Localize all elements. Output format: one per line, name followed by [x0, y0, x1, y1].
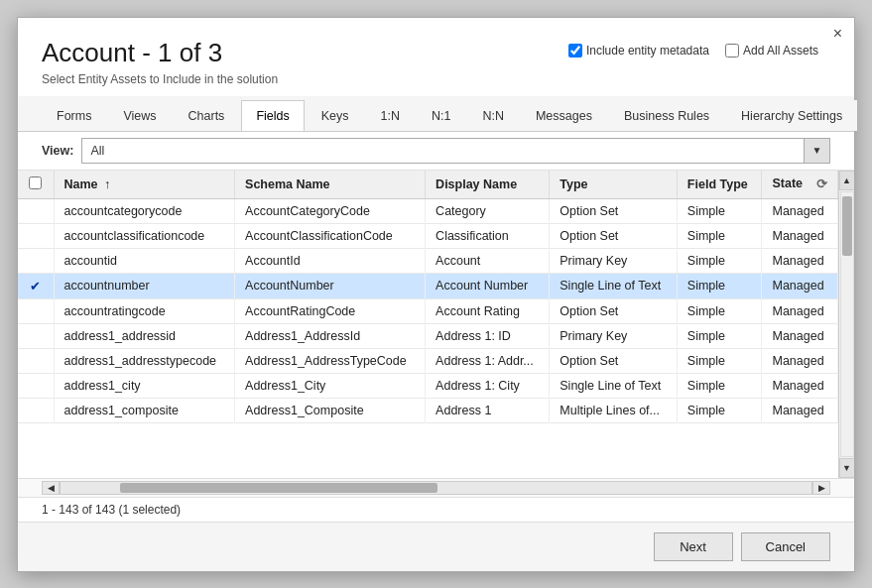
add-all-assets-checkbox[interactable] [725, 44, 739, 58]
tab-business-rules[interactable]: Business Rules [609, 100, 724, 131]
table-row[interactable]: address1_addresstypecodeAddress1_Address… [18, 348, 838, 373]
table-row[interactable]: accountratingcodeAccountRatingCodeAccoun… [18, 298, 838, 323]
table-row[interactable]: accountidAccountIdAccountPrimary KeySimp… [18, 248, 838, 273]
row-display-name: Account Rating [426, 298, 550, 323]
row-name: address1_composite [54, 398, 235, 422]
cancel-button[interactable]: Cancel [741, 532, 830, 561]
row-check-cell[interactable] [18, 198, 54, 223]
col-check[interactable] [18, 171, 54, 199]
row-check-cell[interactable] [18, 348, 54, 373]
row-schema-name: AccountRatingCode [235, 298, 426, 323]
row-type: Primary Key [550, 248, 678, 273]
scroll-track[interactable] [840, 191, 854, 457]
row-field-type: Simple [677, 298, 762, 323]
row-display-name: Account [426, 248, 550, 273]
row-state: Managed [762, 373, 838, 398]
horizontal-scrollbar-area: ◀ ▶ [18, 478, 854, 497]
row-checked-icon: ✔ [30, 279, 41, 294]
tab-messages[interactable]: Messages [521, 100, 607, 131]
row-type: Option Set [550, 198, 678, 223]
row-field-type: Simple [677, 248, 762, 273]
col-schema-name[interactable]: Schema Name [235, 171, 426, 199]
tab-views[interactable]: Views [108, 100, 171, 131]
row-check-cell[interactable] [18, 298, 54, 323]
row-display-name: Address 1 [426, 398, 550, 422]
col-field-type[interactable]: Field Type [677, 171, 762, 199]
view-select[interactable]: All ▼ [81, 138, 830, 164]
add-all-assets-text: Add All Assets [743, 44, 818, 58]
select-all-checkbox[interactable] [29, 176, 42, 189]
row-display-name: Address 1: City [426, 373, 550, 398]
row-check-cell[interactable] [18, 248, 54, 273]
row-display-name: Category [426, 198, 550, 223]
tab-charts[interactable]: Charts [174, 100, 240, 131]
tab-fields[interactable]: Fields [241, 100, 304, 131]
col-name[interactable]: Name ↑ [54, 171, 235, 199]
table-row[interactable]: ✔accountnumberAccountNumberAccount Numbe… [18, 273, 838, 298]
row-check-cell[interactable] [18, 398, 54, 422]
row-check-cell[interactable]: ✔ [18, 273, 54, 298]
row-type: Primary Key [550, 323, 678, 348]
table-row[interactable]: address1_compositeAddress1_CompositeAddr… [18, 398, 838, 422]
row-display-name: Classification [426, 223, 550, 248]
status-bar: 1 - 143 of 143 (1 selected) [18, 497, 854, 522]
row-field-type: Simple [677, 373, 762, 398]
row-state: Managed [762, 198, 838, 223]
scroll-up-arrow[interactable]: ▲ [839, 171, 855, 190]
row-field-type: Simple [677, 398, 762, 422]
col-type[interactable]: Type [550, 171, 678, 199]
status-text: 1 - 143 of 143 (1 selected) [42, 503, 181, 517]
row-field-type: Simple [677, 273, 762, 298]
row-name: address1_addressid [54, 323, 235, 348]
row-type: Single Line of Text [550, 373, 678, 398]
fields-table: Name ↑ Schema Name Display Name Type Fie… [18, 171, 838, 423]
row-check-cell[interactable] [18, 373, 54, 398]
row-schema-name: AccountClassificationCode [235, 223, 426, 248]
tab-forms[interactable]: Forms [42, 100, 106, 131]
next-button[interactable]: Next [654, 532, 733, 561]
table-row[interactable]: address1_addressidAddress1_AddressIdAddr… [18, 323, 838, 348]
tab-hierarchy-settings[interactable]: Hierarchy Settings [726, 100, 857, 131]
row-check-cell[interactable] [18, 223, 54, 248]
row-name: accountcategorycode [54, 198, 235, 223]
row-type: Option Set [550, 298, 678, 323]
table-row[interactable]: accountcategorycodeAccountCategoryCodeCa… [18, 198, 838, 223]
row-state: Managed [762, 248, 838, 273]
tab-1n[interactable]: 1:N [366, 100, 415, 131]
sort-arrow-icon: ↑ [104, 177, 110, 191]
table-with-scroll: Name ↑ Schema Name Display Name Type Fie… [18, 171, 854, 478]
table-row[interactable]: address1_cityAddress1_CityAddress 1: Cit… [18, 373, 838, 398]
scroll-left-arrow[interactable]: ◀ [42, 481, 60, 495]
tab-keys[interactable]: Keys [307, 100, 364, 131]
row-type: Single Line of Text [550, 273, 678, 298]
include-metadata-text: Include entity metadata [586, 44, 709, 58]
row-type: Option Set [550, 223, 678, 248]
tab-nn[interactable]: N:N [467, 100, 519, 131]
row-schema-name: AccountCategoryCode [235, 198, 426, 223]
col-display-name[interactable]: Display Name [426, 171, 550, 199]
refresh-icon[interactable]: ⟳ [816, 176, 827, 191]
tab-n1[interactable]: N:1 [417, 100, 465, 131]
include-metadata-checkbox[interactable] [568, 44, 582, 58]
scroll-thumb [842, 196, 852, 256]
chevron-down-icon: ▼ [812, 145, 822, 156]
scroll-down-arrow[interactable]: ▼ [839, 458, 855, 478]
view-select-value: All [82, 142, 804, 160]
row-field-type: Simple [677, 223, 762, 248]
view-dropdown-button[interactable]: ▼ [804, 139, 829, 163]
close-button[interactable]: × [833, 26, 842, 42]
row-name: accountratingcode [54, 298, 235, 323]
row-state: Managed [762, 323, 838, 348]
row-check-cell[interactable] [18, 323, 54, 348]
vertical-scrollbar: ▲ ▼ [838, 171, 854, 478]
scroll-right-arrow[interactable]: ▶ [812, 481, 830, 495]
row-schema-name: Address1_City [235, 373, 426, 398]
col-state[interactable]: State ⟳ [762, 171, 838, 199]
horizontal-scrollbar[interactable] [60, 481, 812, 495]
row-name: accountid [54, 248, 235, 273]
view-bar: View: All ▼ [18, 132, 854, 171]
row-field-type: Simple [677, 323, 762, 348]
include-metadata-label[interactable]: Include entity metadata [568, 44, 709, 58]
table-row[interactable]: accountclassificationcodeAccountClassifi… [18, 223, 838, 248]
add-all-assets-label[interactable]: Add All Assets [725, 44, 818, 58]
